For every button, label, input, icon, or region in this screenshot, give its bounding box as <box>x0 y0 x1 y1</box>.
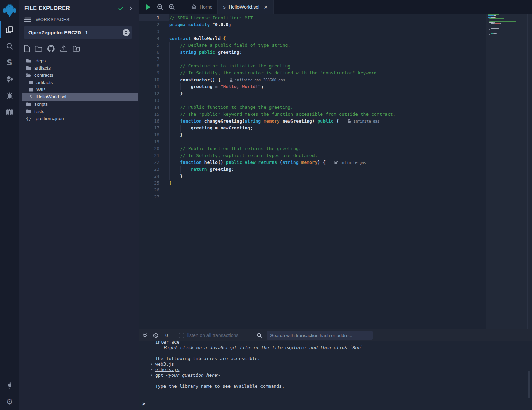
code-line-text[interactable]: contract HelloWorld { <box>169 35 226 42</box>
code-line-text[interactable]: // Constructor to initialize the greetin… <box>169 63 293 70</box>
gas-estimate-widget: infinite gas <box>348 118 380 125</box>
transaction-count: 0 <box>165 333 168 338</box>
indent-guide <box>180 83 181 90</box>
terminal-link[interactable]: web3.js <box>155 361 174 367</box>
code-line-text[interactable]: // In Solidity, the constructor is defin… <box>169 70 379 76</box>
code-line-text[interactable]: function changeGreeting(string memory ne… <box>169 118 380 125</box>
indent-guide <box>169 145 170 152</box>
terminal-prompt[interactable]: > <box>142 401 145 407</box>
file-tree-item-helloworld-sol[interactable]: SHelloWorld.sol <box>22 93 138 101</box>
code-line-4: 4contract HelloWorld { <box>139 35 486 42</box>
code-line-text[interactable]: pragma solidity ^0.8.0; <box>169 21 231 28</box>
terminal-line: Type the library name to see available c… <box>155 383 532 389</box>
indent-guide <box>180 125 181 132</box>
learneth-book-icon[interactable] <box>0 104 19 120</box>
remix-logo[interactable] <box>0 0 19 21</box>
line-number: 13 <box>139 97 169 104</box>
code-line-text[interactable]: // Public function that returns the gree… <box>169 145 301 152</box>
upload-folder-icon[interactable] <box>73 45 80 52</box>
deploy-and-run-icon[interactable] <box>0 71 19 87</box>
code-line-text[interactable]: constructor() {infinite gas 368600 gas <box>169 76 285 83</box>
github-icon[interactable] <box>47 45 55 52</box>
indent-guide <box>180 166 181 173</box>
file-tree-item-wip[interactable]: WIP <box>22 86 138 93</box>
line-number: 24 <box>139 173 169 180</box>
clear-console-icon[interactable] <box>153 333 158 338</box>
file-explorer-icon[interactable] <box>0 21 19 38</box>
editor-scrollbar[interactable] <box>527 14 528 329</box>
file-tree-item-scripts[interactable]: scripts <box>22 101 138 108</box>
new-file-icon[interactable] <box>24 45 30 52</box>
code-line-text[interactable]: greeting = newGreeting; <box>169 125 253 132</box>
check-icon[interactable] <box>118 6 124 11</box>
upload-file-icon[interactable] <box>60 45 68 52</box>
terminal-line: interface <box>155 341 532 345</box>
code-line-text[interactable]: } <box>169 173 183 180</box>
code-line-9: 9 // In Solidity, the constructor is def… <box>139 70 486 76</box>
code-line-text[interactable]: } <box>169 180 172 187</box>
settings-gear-icon[interactable]: ⚙ <box>0 393 19 410</box>
search-icon[interactable] <box>0 38 19 54</box>
code-line-text[interactable]: // SPDX-License-Identifier: MIT <box>169 14 253 21</box>
tab-helloworld-sol[interactable]: S HelloWorld.sol ✕ <box>217 0 273 14</box>
folder-open-icon <box>26 73 31 77</box>
folder-icon <box>28 87 33 92</box>
code-line-6: 6 string public greeting; <box>139 49 486 56</box>
file-tree-item--deps[interactable]: .deps <box>22 57 138 64</box>
file-tree-item-tests[interactable]: tests <box>22 108 138 115</box>
code-line-text[interactable]: } <box>169 90 183 97</box>
code-line-10: 10 constructor() {infinite gas 368600 ga… <box>139 76 486 83</box>
workspace-select-toggle-icon[interactable] <box>123 29 130 36</box>
code-line-21: 21 // In Solidity, explicit return types… <box>139 152 486 159</box>
run-script-icon[interactable] <box>142 0 154 14</box>
code-line-text[interactable]: function hello() public view returns (st… <box>169 159 366 166</box>
zoom-out-icon[interactable] <box>154 0 166 14</box>
code-lines[interactable]: 1// SPDX-License-Identifier: MIT2pragma … <box>139 14 486 329</box>
code-line-text[interactable]: greeting = "Hello, World!"; <box>169 83 264 90</box>
indent-guide <box>169 166 170 173</box>
code-line-text[interactable]: } <box>169 132 183 138</box>
file-tree-item-artifacts[interactable]: artifacts <box>22 64 138 72</box>
terminal-line: - Right click on a JavaScript file in th… <box>155 345 532 350</box>
code-line-text[interactable]: string public greeting; <box>169 49 242 56</box>
folder-icon <box>26 59 31 63</box>
close-tab-icon[interactable]: ✕ <box>264 4 268 10</box>
code-line-text[interactable]: // Public function to change the greetin… <box>169 104 293 111</box>
indent-guide <box>169 125 170 132</box>
file-tree-item-artifacts[interactable]: artifacts <box>22 79 138 86</box>
listen-transactions-checkbox[interactable] <box>179 333 184 338</box>
file-tree-item-contracts[interactable]: contracts <box>22 72 138 79</box>
zoom-in-icon[interactable] <box>166 0 178 14</box>
tab-home[interactable]: Home <box>186 0 217 14</box>
terminal-scrollbar-thumb[interactable] <box>528 371 530 398</box>
file-name: artifacts <box>34 65 51 71</box>
code-line-text[interactable]: // The "public" keyword makes the functi… <box>169 111 395 118</box>
workspace-select[interactable]: OpenZeppelin ERC20 - 1 <box>24 26 132 39</box>
file-tree: .depsartifactscontractsartifactsWIPSHell… <box>19 57 139 122</box>
minimap-column[interactable] <box>486 14 532 329</box>
expand-terminal-icon[interactable] <box>142 333 147 338</box>
plugin-manager-icon[interactable] <box>0 377 19 393</box>
chevron-right-icon[interactable] <box>129 6 132 11</box>
new-folder-icon[interactable] <box>35 45 42 52</box>
listen-transactions-label[interactable]: listen on all transactions <box>187 333 238 338</box>
code-line-text[interactable]: // In Solidity, explicit return types ar… <box>169 152 317 159</box>
code-line-20: 20 // Public function that returns the g… <box>139 145 486 152</box>
line-number: 2 <box>139 21 169 28</box>
braces-icon: {} <box>26 116 31 121</box>
code-line-1: 1// SPDX-License-Identifier: MIT <box>139 14 486 21</box>
code-line-text[interactable]: // Declare a public field of type string… <box>169 42 290 49</box>
terminal-search-input[interactable] <box>267 331 373 340</box>
solidity-compiler-icon[interactable]: S <box>0 54 19 71</box>
debugger-icon[interactable] <box>0 87 19 104</box>
terminal-blank-line <box>155 378 532 383</box>
code-line-14: 14 // Public function to change the gree… <box>139 104 486 111</box>
indent-guide <box>169 83 170 90</box>
minimap[interactable] <box>488 14 526 38</box>
indent-guide <box>169 138 170 145</box>
code-line-text[interactable]: return greeting; <box>169 166 234 173</box>
workspaces-menu-icon[interactable] <box>24 17 31 22</box>
terminal-link[interactable]: ethers.js <box>155 367 179 372</box>
file-tree-item--prettierrc-json[interactable]: {}.prettierrc.json <box>22 115 138 122</box>
tab-label: Home <box>200 4 212 10</box>
